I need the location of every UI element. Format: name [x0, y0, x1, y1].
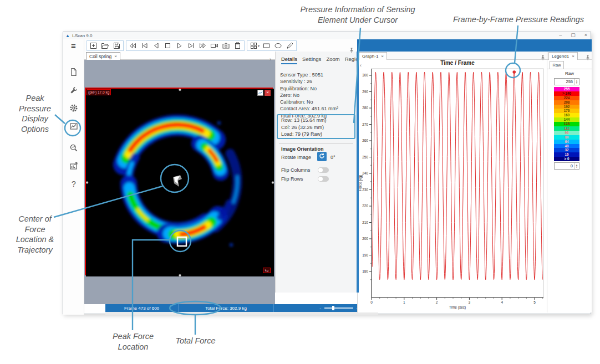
- sidebar-settings-button[interactable]: [67, 103, 80, 115]
- details-pin-icon[interactable]: [349, 45, 354, 51]
- legend-band[interactable]: 144: [554, 117, 579, 122]
- chart-label: Force [kg]: [358, 175, 363, 191]
- sidebar-help-button[interactable]: ?: [67, 178, 80, 190]
- clipboard-icon: [233, 42, 242, 50]
- fast-forward-button[interactable]: [197, 41, 209, 50]
- minimize-button[interactable]: –: [559, 32, 562, 38]
- chart-label: 1: [403, 300, 405, 304]
- spinner-down-icon[interactable]: ▼: [576, 82, 578, 84]
- zoom-slider-thumb[interactable]: [332, 306, 334, 310]
- tab-close-icon[interactable]: ×: [381, 54, 384, 59]
- legend-band[interactable]: 224: [554, 96, 579, 100]
- stop-button[interactable]: [162, 41, 174, 50]
- spinner-down-icon[interactable]: ▼: [576, 166, 578, 168]
- question-mark-icon: ?: [72, 180, 76, 188]
- map-pane: Coil spring ×: [84, 52, 275, 304]
- toolbar-playback-group: [126, 40, 245, 51]
- save-button[interactable]: [111, 41, 123, 50]
- flip-rows-label: Flip Rows: [281, 176, 303, 182]
- tab-close-icon[interactable]: ×: [114, 54, 117, 59]
- rotate-arrow-icon: [319, 153, 325, 160]
- first-frame-button[interactable]: [139, 41, 150, 50]
- legend-band[interactable]: 192: [554, 105, 579, 109]
- record-movie-button[interactable]: [209, 41, 220, 50]
- rectangle-icon: [262, 42, 271, 50]
- legend-min-spinner[interactable]: 0 ▲▼: [554, 162, 579, 170]
- grid-icon: [250, 42, 258, 50]
- tab-close-icon[interactable]: ×: [572, 54, 574, 59]
- force-time-chart[interactable]: 1801902002102202302402502602702802903000…: [358, 60, 547, 312]
- pressure-map-visualization: [86, 89, 274, 276]
- legend-band[interactable]: 80: [554, 135, 579, 140]
- legend-band[interactable]: 112: [554, 126, 579, 131]
- legend-band[interactable]: 96: [554, 131, 579, 135]
- chart-label: Time (sec): [449, 305, 466, 310]
- chart-label: 230: [362, 188, 368, 192]
- page: Pressure Information of Sensing Element …: [0, 0, 600, 364]
- legend-scale-title: Raw: [547, 71, 592, 76]
- menu-button[interactable]: ≡: [63, 39, 84, 52]
- legend-tab[interactable]: Legend1 ×: [548, 52, 578, 60]
- pencil-tool-button[interactable]: [284, 41, 296, 50]
- rotate-image-button[interactable]: [317, 152, 327, 161]
- graph-tab[interactable]: Graph-1 ×: [359, 52, 387, 60]
- legend-band[interactable]: 176: [554, 109, 579, 113]
- flip-columns-toggle[interactable]: [318, 167, 329, 173]
- chart-label: 220: [362, 204, 368, 208]
- tab-settings[interactable]: Settings: [302, 56, 321, 64]
- sidebar-tools-button[interactable]: [67, 85, 80, 98]
- panel-splitter[interactable]: [357, 52, 359, 293]
- sidebar-export-image-button[interactable]: [67, 161, 80, 173]
- tab-details[interactable]: Details: [281, 56, 297, 64]
- details-info-line: Calibration: No: [280, 99, 355, 105]
- legend-max-value: 255: [555, 79, 574, 84]
- chevron-down-icon[interactable]: ▾: [258, 44, 260, 48]
- legend-max-spinner[interactable]: 255 ▲▼: [554, 78, 579, 85]
- play-button[interactable]: [174, 41, 185, 50]
- map-close-button[interactable]: ×: [265, 90, 271, 96]
- sidebar-new-document-button[interactable]: [67, 67, 80, 79]
- sidebar-peak-pressure-button[interactable]: [67, 143, 80, 155]
- map-graph-mini-button[interactable]: [257, 90, 263, 96]
- legend-pin-icon[interactable]: [586, 53, 590, 58]
- open-button[interactable]: [99, 41, 111, 50]
- legend-band[interactable]: 32: [554, 148, 579, 152]
- zoom-slider[interactable]: [324, 307, 353, 309]
- previous-frame-button[interactable]: [150, 41, 162, 50]
- next-frame-button[interactable]: [185, 41, 197, 50]
- ellipse-tool-button[interactable]: [272, 41, 284, 50]
- pressure-map[interactable]: (pkF) 17.0 kg × kg: [85, 88, 273, 275]
- document-tab[interactable]: Coil spring ×: [86, 52, 120, 60]
- collapse-panel-arrow[interactable]: ›: [270, 57, 271, 62]
- annotation-total-force: Total Force: [169, 336, 222, 346]
- maximize-button[interactable]: ▢: [571, 32, 576, 38]
- active-panel-caption-bar[interactable]: [357, 39, 592, 52]
- details-info-line: Contact Area: 451.61 mm²: [280, 105, 355, 112]
- triangle-left-icon: [152, 42, 160, 50]
- close-button[interactable]: ×: [584, 32, 587, 38]
- annotation-peak-pressure: Peak Pressure Display Options: [11, 93, 59, 134]
- graph-pin-icon[interactable]: [541, 53, 545, 58]
- tab-zoom[interactable]: Zoom: [326, 56, 339, 64]
- legend-band[interactable]: 255: [554, 87, 579, 91]
- legend-band[interactable]: > 0: [554, 157, 579, 161]
- legend-band[interactable]: 48: [554, 144, 579, 148]
- new-frame-button[interactable]: [88, 41, 99, 50]
- zoom-out-button[interactable]: -: [319, 306, 321, 311]
- legend-band[interactable]: > 240: [554, 91, 579, 96]
- legend-band[interactable]: 160: [554, 113, 579, 117]
- flip-rows-toggle[interactable]: [318, 176, 329, 182]
- legend-band[interactable]: 16: [554, 152, 579, 157]
- legend-raw-subtab[interactable]: Raw: [550, 61, 564, 69]
- copy-frame-button[interactable]: [232, 41, 243, 50]
- rewind-button[interactable]: [127, 41, 139, 50]
- sidebar-image-chart-button[interactable]: [67, 121, 80, 134]
- legend-band[interactable]: 208: [554, 100, 579, 105]
- legend-band[interactable]: 128: [554, 122, 579, 126]
- annotation-cursor-info: Pressure Information of Sensing Element …: [297, 4, 419, 25]
- legend-band[interactable]: 64: [554, 140, 579, 144]
- toggle-knob: [318, 168, 323, 172]
- rectangle-tool-button[interactable]: [261, 41, 272, 50]
- gear-icon: [69, 104, 78, 115]
- snapshot-button[interactable]: [220, 41, 232, 50]
